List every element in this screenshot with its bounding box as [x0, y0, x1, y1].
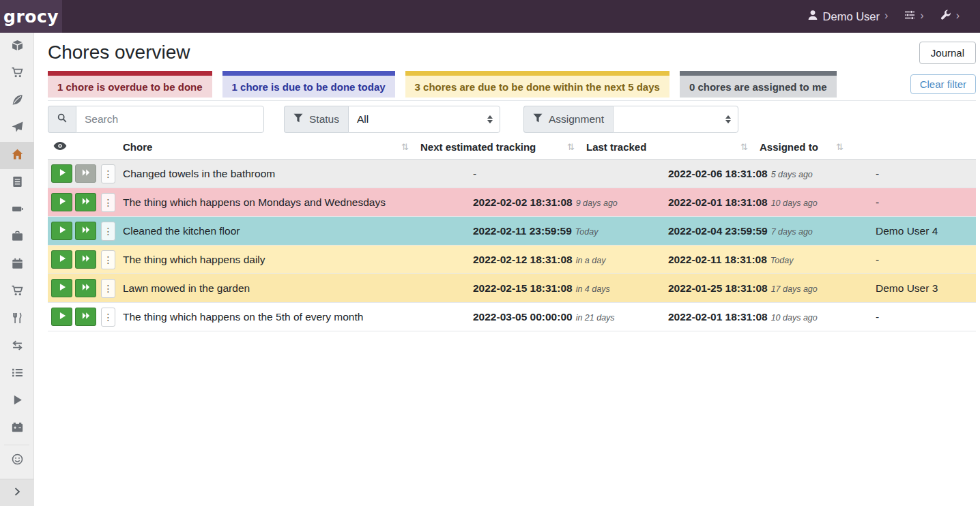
sidebar-item-meal-plan[interactable] [0, 115, 34, 142]
skip-chore-button[interactable] [75, 308, 96, 326]
col-header-assigned-to[interactable]: Assigned to ⇅ [756, 134, 852, 159]
assigned-to-cell: - [872, 168, 976, 180]
divider [48, 100, 976, 101]
grocy-app: grocy Demo User › › › [0, 0, 980, 506]
clipboard-icon [12, 176, 23, 190]
house-icon [12, 149, 23, 163]
track-chore-button[interactable] [51, 193, 72, 211]
play-icon [58, 197, 66, 207]
row-menu-button[interactable]: ⋮ [101, 279, 115, 298]
relative-time: 10 days ago [771, 198, 818, 208]
col-header-label: Next estimated tracking [420, 141, 536, 153]
track-chore-button[interactable] [51, 164, 72, 183]
track-chore-button[interactable] [51, 250, 72, 269]
skip-chore-button[interactable] [75, 164, 96, 183]
track-chore-button[interactable] [51, 222, 72, 240]
skip-chore-button[interactable] [75, 279, 96, 297]
settings-menu[interactable]: › [904, 10, 923, 23]
journal-button[interactable]: Journal [919, 42, 976, 64]
topbar-menus: Demo User › › › [807, 10, 980, 23]
row-menu-button[interactable]: ⋮ [101, 250, 115, 269]
row-menu-button[interactable]: ⋮ [101, 193, 115, 212]
utensils-icon [12, 312, 23, 327]
status-select-value: All [357, 113, 369, 125]
last-tracked-cell: 2022-02-11 18:31:08Today [665, 254, 872, 266]
sidebar-item-battery-tracking[interactable] [0, 415, 34, 442]
sidebar-item-consume[interactable] [0, 306, 34, 333]
box-icon [12, 40, 23, 54]
track-chore-button[interactable] [51, 279, 72, 297]
row-menu-button[interactable]: ⋮ [101, 308, 115, 327]
calendar-icon [12, 258, 23, 272]
sort-icon: ⇅ [567, 142, 575, 152]
col-header-last-tracked[interactable]: Last tracked ⇅ [583, 134, 756, 159]
chore-name: The thing which happens on Mondays and W… [119, 196, 470, 209]
next-tracking-cell: 2022-02-11 23:59:59Today [470, 225, 665, 237]
sidebar-item-transfer[interactable] [0, 333, 34, 360]
select-caret-icon [487, 115, 493, 123]
row-menu-button[interactable]: ⋮ [101, 164, 115, 183]
status-select[interactable]: All [348, 106, 500, 133]
relative-time: 9 days ago [576, 198, 618, 208]
search-input[interactable] [76, 106, 264, 133]
play-icon [58, 283, 66, 293]
skip-chore-button[interactable] [75, 193, 96, 211]
status-banner-1[interactable]: 1 chore is due to be done today [222, 71, 395, 98]
clear-filter-button[interactable]: Clear filter [910, 74, 976, 94]
sidebar-item-shopping-list[interactable] [0, 60, 34, 87]
leaf-icon [12, 94, 23, 108]
last-tracked-cell: 2022-02-04 23:59:597 days ago [665, 225, 872, 237]
admin-menu[interactable]: › [940, 10, 960, 23]
smiley-icon [12, 453, 23, 468]
play-icon [12, 394, 23, 408]
col-header-next-tracking[interactable]: Next estimated tracking ⇅ [417, 134, 583, 159]
next-tracking-cell: 2022-02-02 18:31:089 days ago [470, 196, 665, 209]
col-header-chore[interactable]: Chore ⇅ [119, 134, 417, 159]
fast-forward-icon [82, 226, 90, 236]
chevron-icon: › [884, 10, 888, 21]
assignment-select[interactable] [613, 106, 738, 133]
fast-forward-icon [82, 283, 90, 293]
last-tracked-cell: 2022-02-06 18:31:085 days ago [665, 168, 872, 180]
relative-time: Today [770, 256, 794, 265]
sidebar-expand-toggle[interactable] [0, 479, 34, 506]
sidebar-item-emoji-menu[interactable] [0, 448, 34, 473]
sidebar-item-chore-tracking[interactable] [0, 387, 34, 415]
cart-icon [12, 285, 23, 299]
table-row: ⋮Cleaned the kitchen floor2022-02-11 23:… [48, 217, 976, 245]
fast-forward-icon [82, 197, 90, 207]
sidebar-item-inventory[interactable] [0, 360, 34, 387]
track-chore-button[interactable] [51, 308, 72, 326]
sidebar-item-chores-overview[interactable] [0, 142, 34, 169]
assigned-to-cell: Demo User 4 [872, 225, 976, 237]
sidebar-item-tasks[interactable] [0, 169, 34, 196]
status-banner-row: 1 chore is overdue to be done1 chore is … [48, 71, 976, 98]
visibility-column-header [48, 134, 119, 159]
table-row: ⋮The thing which happens on the 5th of e… [48, 303, 976, 331]
table-header: Chore ⇅ Next estimated tracking ⇅ Last t… [48, 134, 976, 160]
car-battery-icon [12, 421, 23, 436]
sidebar-item-stock-overview[interactable] [0, 33, 34, 60]
skip-chore-button[interactable] [75, 250, 96, 269]
timestamp: 2022-02-02 18:31:08 [473, 196, 573, 208]
filter-row: Status All Assignment [48, 106, 976, 133]
relative-time: 10 days ago [771, 313, 818, 323]
timestamp: 2022-02-11 23:59:59 [473, 225, 572, 237]
sidebar-item-batteries-overview[interactable] [0, 196, 34, 224]
status-banner-2[interactable]: 3 chores are due to be done within the n… [405, 71, 669, 98]
user-menu[interactable]: Demo User › [807, 10, 889, 23]
sidebar-item-equipment[interactable] [0, 224, 34, 251]
last-tracked-cell: 2022-02-01 18:31:0810 days ago [665, 311, 872, 323]
sidebar-item-purchase[interactable] [0, 278, 34, 306]
timestamp: 2022-01-25 18:31:08 [668, 282, 768, 294]
fast-forward-icon [82, 254, 90, 265]
row-menu-button[interactable]: ⋮ [101, 222, 115, 241]
sort-icon: ⇅ [740, 142, 748, 152]
cart-icon [12, 67, 23, 81]
status-banner-0[interactable]: 1 chore is overdue to be done [48, 71, 212, 98]
app-logo[interactable]: grocy [0, 0, 62, 33]
sidebar-item-recipes[interactable] [0, 87, 34, 115]
status-banner-3[interactable]: 0 chores are assigned to me [680, 71, 837, 98]
skip-chore-button[interactable] [75, 222, 96, 240]
sidebar-item-calendar[interactable] [0, 251, 34, 278]
